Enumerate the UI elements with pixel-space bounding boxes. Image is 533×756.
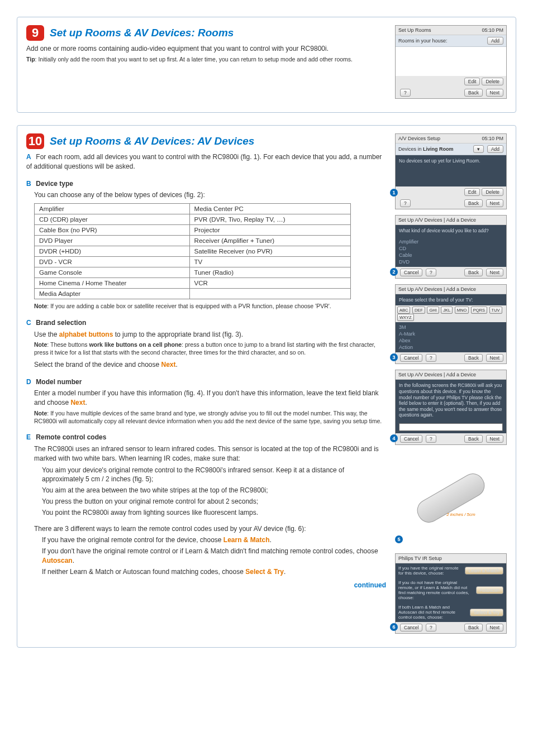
- mock-rooms-title: Set Up Rooms: [398, 27, 431, 33]
- mock-next-button[interactable]: Next: [486, 89, 503, 97]
- section-9-tip: Tip: Initially only add the room that yo…: [26, 56, 386, 64]
- mock-next-button[interactable]: Next: [486, 269, 503, 276]
- alpha-button[interactable]: MNO: [455, 307, 469, 314]
- mock-rooms-label: Rooms in your house:: [398, 38, 448, 44]
- table-row: Game ConsoleTuner (Radio): [35, 267, 351, 278]
- table-row: AmplifierMedia Center PC: [35, 204, 351, 214]
- mock-ir-setup: Philips TV IR Setup If you have the orig…: [395, 553, 507, 634]
- alpha-button[interactable]: WXYZ: [397, 314, 414, 321]
- mock-help-button[interactable]: ?: [400, 199, 411, 207]
- alpha-button[interactable]: GHI: [427, 307, 439, 314]
- mock-help-button[interactable]: ?: [426, 435, 436, 443]
- sub-a: A For each room, add all devices you wan…: [26, 152, 386, 171]
- mock-cancel-button[interactable]: Cancel: [400, 354, 422, 362]
- mock-dropdown-icon[interactable]: ▾: [473, 145, 484, 153]
- step-number-10: 10: [26, 133, 44, 149]
- mock-help-button[interactable]: ?: [426, 624, 436, 631]
- tip-text: : Initially only add the room that you w…: [35, 56, 353, 63]
- mock-back-button[interactable]: Back: [464, 354, 483, 362]
- alpha-button[interactable]: PQRS: [471, 307, 487, 314]
- callout-6: 6: [390, 623, 398, 631]
- mock-next-button[interactable]: Next: [486, 624, 503, 631]
- sub-c: C Brand selection Use the alphabet butto…: [26, 318, 386, 370]
- section-9: 9 Set up Rooms & AV Devices: Rooms Add o…: [17, 17, 516, 113]
- mock-back-button[interactable]: Back: [464, 89, 483, 97]
- mock-next-button[interactable]: Next: [486, 199, 503, 207]
- mock-cancel-button[interactable]: Cancel: [400, 624, 422, 631]
- mock-back-button[interactable]: Back: [464, 269, 483, 276]
- mock-cancel-button[interactable]: Cancel: [400, 435, 422, 443]
- letter-c: C: [26, 318, 34, 328]
- alpha-button[interactable]: JKL: [441, 307, 453, 314]
- list-item[interactable]: 3M: [399, 324, 503, 331]
- continued-label: continued: [26, 581, 386, 589]
- list-item: You aim your device's original remote co…: [42, 466, 386, 485]
- mock-next-button[interactable]: Next: [486, 354, 503, 362]
- letter-b: B: [26, 179, 34, 189]
- sub-b-intro: You can choose any of the below types of…: [26, 190, 386, 200]
- mock-edit-button[interactable]: Edit: [464, 78, 480, 85]
- alpha-button[interactable]: TUV: [489, 307, 502, 314]
- letter-e: E: [26, 433, 34, 442]
- list-item: You point the RC9800i away from lighting…: [42, 508, 386, 518]
- sub-e-heading: Remote control codes: [36, 433, 106, 441]
- select-try-term: Select & Try: [245, 568, 284, 576]
- sub-e-bullets1: You aim your device's original remote co…: [26, 466, 386, 518]
- remote-distance-illustration: 5: [395, 451, 507, 546]
- alpha-button[interactable]: DEF: [412, 307, 425, 314]
- list-item[interactable]: Cable: [399, 252, 503, 259]
- sub-d: D Model number Enter a model number if y…: [26, 377, 386, 425]
- sub-b-heading: Device type: [36, 180, 73, 188]
- mock-help-button[interactable]: ?: [400, 89, 411, 97]
- sub-e-bullets2: If you have the original remote control …: [26, 535, 386, 576]
- mock-delete-button[interactable]: Delete: [482, 78, 503, 85]
- sub-c-note: Note: These buttons work like buttons on…: [26, 341, 386, 356]
- list-item[interactable]: DVD: [399, 259, 503, 265]
- table-row: Media Adapter: [35, 289, 351, 299]
- list-item: If neither Learn & Match or Autoscan fou…: [42, 567, 386, 577]
- mock-back-button[interactable]: Back: [464, 624, 483, 631]
- mock-model-number: Set Up A/V Devices | Add a Device In the…: [395, 370, 507, 445]
- mock-help-button[interactable]: ?: [426, 354, 436, 362]
- autoscan-button[interactable]: Autoscan: [476, 586, 503, 594]
- sub-d-heading: Model number: [36, 378, 82, 386]
- callout-2: 2: [390, 268, 398, 276]
- section-9-title: Set up Rooms & AV Devices: Rooms: [50, 27, 234, 39]
- mock-back-button[interactable]: Back: [464, 435, 483, 443]
- list-item[interactable]: Amplifier: [399, 238, 503, 245]
- select-try-button[interactable]: Select & Try: [470, 609, 503, 616]
- list-item[interactable]: A-Mark: [399, 331, 503, 337]
- list-item[interactable]: Action: [399, 344, 503, 351]
- learn-match-button[interactable]: Learn & Match: [465, 567, 503, 575]
- mock-cancel-button[interactable]: Cancel: [400, 269, 422, 276]
- mock-add-button[interactable]: Add: [487, 37, 503, 45]
- device-type-table: AmplifierMedia Center PC CD (CDR) player…: [34, 203, 351, 299]
- next-term: Next: [161, 361, 176, 369]
- mock-help-button[interactable]: ?: [426, 269, 436, 276]
- table-row: DVDR (+HDD)Satellite Receiver (no PVR): [35, 246, 351, 257]
- step-number-9: 9: [26, 25, 44, 41]
- mock-add-button[interactable]: Add: [487, 145, 503, 153]
- table-row: DVD - VCRTV: [35, 257, 351, 267]
- mock-brand-select: Set Up A/V Devices | Add a Device Please…: [395, 284, 507, 365]
- callout-5: 5: [395, 535, 403, 543]
- callout-1: 1: [390, 189, 398, 197]
- section-10: 10 Set up Rooms & AV Devices: AV Devices…: [17, 125, 516, 648]
- alphabet-buttons-term: alphabet buttons: [59, 331, 113, 338]
- list-item[interactable]: CD: [399, 245, 503, 252]
- learn-match-term: Learn & Match: [223, 536, 270, 544]
- mock-av-setup: A/V Devices Setup 05:10 PM Devices in Li…: [395, 133, 507, 209]
- mock-back-button[interactable]: Back: [464, 199, 483, 207]
- mock-rooms-time: 05:10 PM: [482, 27, 503, 33]
- sub-e-para1: The RC9800i uses an infrared sensor to l…: [26, 444, 386, 463]
- mock-edit-button[interactable]: Edit: [464, 188, 480, 196]
- list-item[interactable]: Abex: [399, 337, 503, 344]
- sub-e: E Remote control codes The RC9800i uses …: [26, 433, 386, 576]
- model-input[interactable]: [399, 423, 503, 431]
- sub-b: B Device type You can choose any of the …: [26, 179, 386, 310]
- mock-next-button[interactable]: Next: [486, 435, 503, 443]
- table-row: DVD PlayerReceiver (Amplifier + Tuner): [35, 236, 351, 246]
- next-term-d: Next: [70, 399, 85, 406]
- alpha-button[interactable]: ABC: [397, 307, 410, 314]
- mock-delete-button[interactable]: Delete: [482, 188, 503, 196]
